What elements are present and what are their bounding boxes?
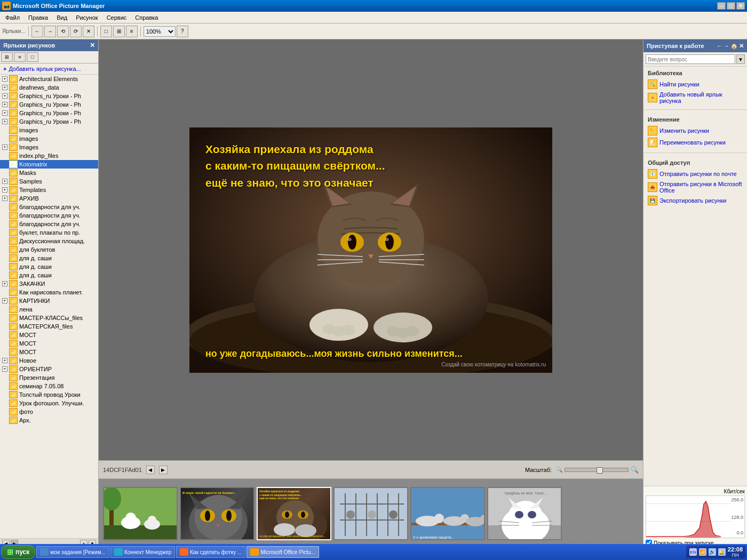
zoom-slider[interactable] [565, 468, 629, 472]
view2-button[interactable]: ⊞ [113, 26, 125, 37]
rename-pictures-link[interactable]: 📝 Переименовать рисунки [648, 137, 743, 148]
tree-item-arkhiv[interactable]: + 📁 АРХИВ [0, 194, 98, 203]
taskbar-item-zadaniya[interactable]: мои задания [Режим... [36, 546, 109, 558]
tree-item-graphics4[interactable]: + 📁 Graphics_ru Уроки - Ph [0, 117, 98, 126]
right-panel-home[interactable]: 🏠 [730, 43, 738, 50]
tree-item-architectural[interactable]: + 📁 Architectural Elements [0, 75, 98, 83]
tree-item-tolstiy[interactable]: 📁 Толстый провод Уроки [0, 390, 98, 399]
right-panel-nav-back[interactable]: ← [717, 43, 722, 50]
expand-novoe[interactable]: + [2, 358, 7, 363]
tree-item-dlyadd1[interactable]: 📁 для д. саши [0, 254, 98, 262]
redo-button[interactable]: ⟳ [70, 26, 82, 37]
tree-container[interactable]: + 📁 Architectural Elements + 📁 deafnews_… [0, 75, 98, 538]
close-button[interactable]: ✕ [736, 2, 745, 10]
expand-arkhiv[interactable]: + [2, 196, 7, 201]
tree-item-lena[interactable]: 📁 лена [0, 305, 98, 314]
expand-templates[interactable]: + [2, 187, 7, 193]
right-panel-close[interactable]: ✕ [739, 43, 744, 50]
prev-image-button[interactable]: ◀ [146, 466, 155, 474]
menu-file[interactable]: Файл [1, 13, 24, 22]
tree-item-foto[interactable]: 📁 фото [0, 407, 98, 416]
tray-lang-icon[interactable]: EN [689, 548, 697, 556]
tree-item-orientir[interactable]: + 📁 ОРИЕНТИР [0, 365, 98, 373]
tree-item-most2[interactable]: 📁 МОСТ [0, 339, 98, 348]
tree-item-diskuss[interactable]: 📁 Дискуссионная площад. [0, 237, 98, 245]
tree-item-images1[interactable]: 📁 images [0, 126, 98, 134]
tree-item-most3[interactable]: 📁 МОСТ [0, 348, 98, 356]
expand-graphics3[interactable]: + [2, 110, 7, 116]
tree-item-images2[interactable]: 📁 images [0, 134, 98, 143]
search-input[interactable] [646, 54, 735, 64]
tree-item-index[interactable]: 📁 index.php_files [0, 151, 98, 160]
tree-item-templates[interactable]: + 📁 Templates [0, 186, 98, 194]
view3-button[interactable]: ≡ [126, 26, 138, 37]
expand-graphics2[interactable]: + [2, 102, 7, 107]
menu-picture[interactable]: Рисунок [71, 13, 102, 22]
tree-item-arh[interactable]: 📁 Арх. [0, 416, 98, 425]
maximize-button[interactable]: □ [727, 2, 735, 10]
export-link[interactable]: 💾 Экспортировать рисунки [648, 195, 743, 206]
send-email-link[interactable]: 📧 Отправить рисунки по почте [648, 168, 743, 180]
tree-item-Images[interactable]: + 📁 Images [0, 143, 98, 151]
add-shortcut-rpanel-link[interactable]: + Добавить новый ярлык рисунка [648, 90, 743, 105]
search-button[interactable]: ▼ [736, 54, 745, 64]
next-image-button[interactable]: ▶ [159, 466, 168, 474]
thumbnail-5[interactable]: 2-х уровневая защита... [410, 487, 485, 540]
zoom-slider-thumb[interactable] [597, 467, 603, 474]
tree-item-most1[interactable]: 📁 МОСТ [0, 331, 98, 339]
menu-view[interactable]: Вид [52, 13, 71, 22]
expand-architectural[interactable]: + [2, 76, 7, 82]
tree-item-graphics1[interactable]: + 📁 Graphics_ru Уроки - Ph [0, 92, 98, 100]
expand-Images[interactable]: + [2, 145, 7, 150]
thumbnail-2[interactable]: В мире такой гадости не бывает... [180, 487, 255, 540]
tree-item-blag3[interactable]: 📁 благодарности для уч. [0, 220, 98, 228]
panel-tool-1[interactable]: ⊞ [1, 52, 13, 62]
expand-deafnews[interactable]: + [2, 85, 7, 90]
start-button[interactable]: ⊞ пуск [1, 545, 35, 559]
tree-item-zakachki[interactable]: + 📁 ЗАКАЧКИ [0, 279, 98, 288]
expand-graphics1[interactable]: + [2, 93, 7, 99]
tree-item-graphics2[interactable]: + 📁 Graphics_ru Уроки - Ph [0, 100, 98, 109]
menu-edit[interactable]: Правка [24, 13, 52, 22]
add-shortcut-link[interactable]: + Добавить ярлык рисунка... [0, 63, 98, 75]
taskbar-item-picmanager[interactable]: Microsoft Office Pictu... [247, 546, 319, 558]
tree-item-masterskaya[interactable]: 📁 МАСТЕРСКАЯ_files [0, 322, 98, 331]
tree-item-dlyabukl[interactable]: 📁 для буклетов [0, 245, 98, 254]
tree-item-graphics3[interactable]: + 📁 Graphics_ru Уроки - Ph [0, 109, 98, 117]
panel-tool-2[interactable]: ≡ [14, 52, 26, 62]
tree-item-kartinki[interactable]: + 📁 КАРТИНКИ [0, 297, 98, 305]
panel-tool-3[interactable]: □ [27, 52, 38, 62]
tree-item-masks[interactable]: 📁 Masks [0, 169, 98, 177]
tree-item-seminar[interactable]: 📁 семинар 7.05.08 [0, 382, 98, 390]
tree-item-dlyadd2[interactable]: 📁 для д. саши [0, 262, 98, 271]
menu-service[interactable]: Сервис [102, 13, 131, 22]
tree-item-dlyadd3[interactable]: 📁 для д. саши [0, 271, 98, 279]
tree-item-kaknaris[interactable]: 📁 Как нарисовать планет. [0, 288, 98, 297]
undo-button[interactable]: ⟲ [57, 26, 69, 37]
thumbnail-strip[interactable]: В мире такой гадости не бывает... [99, 479, 643, 548]
send-office-link[interactable]: 📤 Отправить рисунки в Microsoft Office [648, 180, 743, 195]
expand-graphics4[interactable]: + [2, 119, 7, 124]
tree-item-blag2[interactable]: 📁 благодарности для уч. [0, 211, 98, 220]
tree-item-blag1[interactable]: 📁 благодарности для уч. [0, 203, 98, 211]
expand-samples[interactable]: + [2, 179, 7, 184]
tree-item-novoe[interactable]: + 📁 Новое [0, 356, 98, 365]
expand-orientir[interactable]: + [2, 366, 7, 372]
tree-item-kotomatrix[interactable]: 📂 Kotomatrix [0, 160, 98, 169]
right-panel-nav-forward[interactable]: → [724, 43, 729, 50]
minimize-button[interactable]: ─ [717, 2, 726, 10]
expand-zakachki[interactable]: + [2, 281, 7, 286]
left-panel-close[interactable]: ✕ [90, 42, 95, 49]
delete-button[interactable]: ✕ [83, 26, 94, 37]
view1-button[interactable]: □ [100, 26, 112, 37]
zoom-dropdown[interactable]: 100% 50% 200% [144, 26, 176, 37]
taskbar-item-konnekt[interactable]: Коннект Менеджер [110, 546, 175, 558]
thumbnail-1[interactable] [103, 487, 178, 540]
find-pictures-link[interactable]: 🔍 Найти рисунки [648, 78, 743, 90]
back-button[interactable]: ← [31, 26, 43, 37]
edit-pictures-link[interactable]: ✏️ Изменить рисунки [648, 125, 743, 137]
tree-item-deafnews[interactable]: + 📁 deafnews_data [0, 83, 98, 92]
zoom-help-button[interactable]: ? [177, 26, 188, 37]
thumbnail-4[interactable] [333, 487, 408, 540]
thumbnail-3-active[interactable]: Хозяйка приехала из роддомас каким-то пи… [257, 487, 331, 540]
